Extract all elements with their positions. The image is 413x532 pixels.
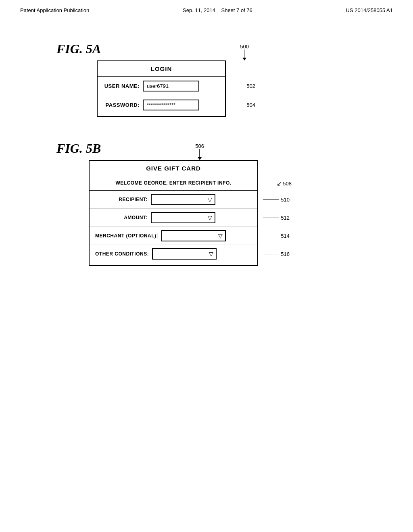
ref-508: ↙ 508 xyxy=(277,179,292,187)
ref-512: 512 xyxy=(263,215,290,221)
other-conditions-row: OTHER CONDITIONS: ▽ 516 xyxy=(90,245,257,265)
username-input[interactable]: user6791 xyxy=(143,81,199,91)
username-row: USER NAME: user6791 502 xyxy=(98,77,225,96)
sheet-info: Sheet 7 of 76 xyxy=(221,7,252,13)
password-row: PASSWORD: ************** 504 xyxy=(98,96,225,116)
recipient-arrow: ▽ xyxy=(208,196,212,203)
ref-516: 516 xyxy=(263,251,290,257)
amount-row: AMOUNT: ▽ 512 xyxy=(90,209,257,227)
login-box: LOGIN USER NAME: user6791 502 P xyxy=(97,60,226,117)
fig5b-section: FIG. 5B 506 GIVE GIFT CARD WELCOME GEORG… xyxy=(56,141,381,266)
ref-510: 510 xyxy=(263,197,290,203)
ref-506-line xyxy=(200,149,200,157)
welcome-row: WELCOME GEORGE, ENTER RECIPIENT INFO. ↙ … xyxy=(90,176,257,191)
gift-card-box: GIVE GIFT CARD WELCOME GEORGE, ENTER REC… xyxy=(89,160,258,266)
login-title: LOGIN xyxy=(98,61,225,77)
publication-type: Patent Application Publication xyxy=(20,7,89,13)
publication-date: Sep. 11, 2014 xyxy=(183,7,215,13)
ref-504: 504 xyxy=(229,102,255,108)
ref-506-label: 506 xyxy=(195,143,204,149)
publication-date-and-sheet: Sep. 11, 2014 Sheet 7 of 76 xyxy=(183,7,252,13)
ref-514: 514 xyxy=(263,233,290,239)
other-conditions-arrow: ▽ xyxy=(209,251,213,257)
other-conditions-label: OTHER CONDITIONS: xyxy=(95,251,149,257)
main-content: FIG. 5A 500 LOGIN USER NAME: user6791 xyxy=(0,13,413,278)
password-input[interactable]: ************** xyxy=(143,100,199,110)
amount-arrow: ▽ xyxy=(208,214,212,221)
other-conditions-dropdown[interactable]: ▽ xyxy=(152,248,217,260)
merchant-arrow: ▽ xyxy=(218,233,223,239)
page-header: Patent Application Publication Sep. 11, … xyxy=(0,0,413,13)
gift-title: GIVE GIFT CARD xyxy=(90,161,257,176)
recipient-dropdown[interactable]: ▽ xyxy=(151,194,215,205)
amount-dropdown[interactable]: ▽ xyxy=(151,212,215,223)
fig5a-label: FIG. 5A xyxy=(56,42,381,56)
recipient-label: RECIPIENT: xyxy=(95,197,148,202)
ref-506-pointer: 506 xyxy=(195,143,204,160)
fig5b-label: FIG. 5B xyxy=(56,141,381,156)
ref-500-pointer: 500 xyxy=(240,44,249,60)
amount-label: AMOUNT: xyxy=(95,215,148,220)
merchant-row: MERCHANT (OPTIONAL): ▽ 514 xyxy=(90,227,257,245)
username-label: USER NAME: xyxy=(103,83,140,89)
ref-500-label: 500 xyxy=(240,44,249,50)
password-label: PASSWORD: xyxy=(103,102,140,108)
fig5a-diagram: 500 LOGIN USER NAME: user6791 xyxy=(97,60,381,117)
ref-502: 502 xyxy=(229,83,255,89)
patent-number: US 2014/258055 A1 xyxy=(346,7,393,13)
fig5b-diagram: 506 GIVE GIFT CARD WELCOME GEORGE, ENTER… xyxy=(89,160,381,266)
recipient-row: RECIPIENT: ▽ 510 xyxy=(90,191,257,209)
ref-506-arrow xyxy=(198,157,202,160)
merchant-dropdown[interactable]: ▽ xyxy=(161,230,226,241)
ref-500-arrow xyxy=(242,58,246,60)
fig5a-section: FIG. 5A 500 LOGIN USER NAME: user6791 xyxy=(56,42,381,117)
merchant-label: MERCHANT (OPTIONAL): xyxy=(95,233,158,239)
ref-500-line xyxy=(244,50,245,58)
welcome-text: WELCOME GEORGE, ENTER RECIPIENT INFO. xyxy=(90,176,257,190)
